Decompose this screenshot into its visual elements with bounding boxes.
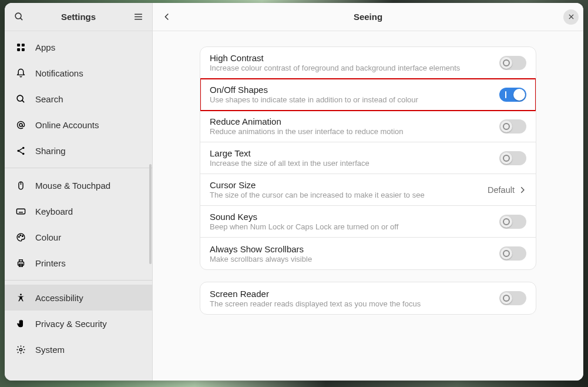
search-icon[interactable] (9, 8, 28, 26)
toggle-reduce-animation[interactable] (499, 119, 526, 134)
sidebar-item-label: Printers (35, 258, 66, 268)
svg-line-1 (20, 18, 22, 21)
setting-row-screen-reader: Screen ReaderThe screen reader reads dis… (200, 282, 536, 314)
svg-rect-8 (21, 48, 24, 51)
sidebar-item-printers[interactable]: Printers (5, 250, 152, 276)
toggle-sound-keys[interactable] (499, 215, 526, 229)
svg-rect-6 (21, 44, 24, 46)
toggle-on-off-shapes[interactable] (499, 88, 526, 102)
setting-row-always-show-scrollbars: Always Show ScrollbarsMake scrollbars al… (200, 238, 536, 269)
main-header: Seeing (153, 3, 583, 31)
at-icon (15, 119, 26, 130)
settings-content: High ContrastIncrease colour contrast of… (153, 31, 583, 381)
toggle-large-text[interactable] (499, 151, 526, 165)
sidebar-item-notifications[interactable]: Notifications (5, 60, 152, 86)
bell-icon (15, 68, 26, 78)
setting-description: Reduce animations in the user interface … (210, 127, 404, 136)
setting-description: The size of the cursor can be increased … (210, 191, 425, 199)
sidebar-item-label: Search (35, 94, 63, 104)
sidebar-header: Settings (5, 3, 152, 31)
sidebar-item-colour[interactable]: Colour (5, 224, 152, 250)
setting-description: Increase colour contrast of foreground a… (210, 64, 460, 72)
svg-rect-5 (17, 44, 20, 46)
settings-group: High ContrastIncrease colour contrast of… (200, 46, 536, 270)
sidebar-item-label: System (35, 345, 65, 355)
toggle-screen-reader[interactable] (499, 291, 526, 305)
svg-point-23 (18, 236, 19, 237)
setting-title: Screen Reader (210, 289, 421, 299)
sidebar-item-label: Online Accounts (35, 120, 99, 130)
setting-description: Make scrollbars always visible (210, 255, 312, 263)
hand-icon (15, 318, 26, 329)
sidebar-item-online-accounts[interactable]: Online Accounts (5, 112, 152, 138)
toggle-always-show-scrollbars[interactable] (499, 246, 526, 261)
svg-rect-27 (19, 259, 22, 262)
setting-row-high-contrast: High ContrastIncrease colour contrast of… (200, 47, 536, 79)
settings-group: Screen ReaderThe screen reader reads dis… (200, 282, 536, 315)
palette-icon (15, 232, 26, 242)
setting-title: Always Show Scrollbars (210, 244, 312, 254)
setting-description: Increase the size of all text in the use… (210, 159, 369, 168)
sidebar-title: Settings (28, 12, 129, 22)
search-icon (15, 94, 26, 104)
sidebar-item-mouse-touchpad[interactable]: Mouse & Touchpad (5, 172, 152, 198)
sidebar-item-label: Notifications (35, 68, 83, 78)
svg-rect-7 (17, 48, 20, 51)
sidebar-item-label: Accessibility (35, 293, 83, 303)
main-panel: Seeing High ContrastIncrease colour cont… (153, 3, 583, 381)
setting-description: The screen reader reads displayed text a… (210, 299, 421, 308)
svg-point-11 (19, 124, 22, 126)
sidebar-item-label: Sharing (35, 146, 66, 156)
setting-description: Beep when Num Lock or Caps Lock are turn… (210, 222, 398, 231)
svg-point-30 (19, 348, 22, 351)
printer-icon (15, 258, 26, 268)
apps-icon (15, 42, 26, 52)
setting-value: Default (488, 185, 526, 195)
svg-point-24 (19, 235, 21, 236)
back-button[interactable] (157, 8, 176, 26)
svg-point-29 (20, 293, 22, 295)
setting-title: Sound Keys (210, 212, 398, 222)
settings-window: Settings AppsNotificationsSearchOnline A… (5, 3, 583, 381)
sidebar-item-search[interactable]: Search (5, 86, 152, 112)
setting-description: Use shapes to indicate state in addition… (210, 95, 418, 104)
hamburger-menu-icon[interactable] (129, 8, 147, 26)
accessibility-icon (15, 292, 26, 303)
svg-point-0 (15, 13, 21, 19)
sidebar: Settings AppsNotificationsSearchOnline A… (5, 3, 153, 381)
mouse-icon (15, 180, 26, 191)
sidebar-item-label: Keyboard (35, 206, 73, 216)
sidebar-item-privacy-security[interactable]: Privacy & Security (5, 311, 152, 336)
setting-row-sound-keys: Sound KeysBeep when Num Lock or Caps Loc… (200, 206, 536, 238)
setting-row-reduce-animation: Reduce AnimationReduce animations in the… (200, 111, 536, 142)
sidebar-item-label: Apps (35, 42, 55, 52)
sidebar-list[interactable]: AppsNotificationsSearchOnline AccountsSh… (5, 31, 152, 381)
sidebar-item-sharing[interactable]: Sharing (5, 138, 152, 164)
close-button[interactable] (563, 9, 579, 25)
setting-row-cursor-size[interactable]: Cursor SizeThe size of the cursor can be… (200, 174, 536, 206)
setting-row-on-off-shapes: On/Off ShapesUse shapes to indicate stat… (200, 79, 536, 111)
setting-title: On/Off Shapes (210, 85, 418, 95)
chevron-right-icon (518, 186, 526, 194)
setting-title: High Contrast (210, 53, 460, 63)
sidebar-item-label: Mouse & Touchpad (35, 181, 110, 191)
svg-rect-17 (16, 209, 25, 214)
setting-title: Cursor Size (210, 180, 425, 190)
setting-title: Large Text (210, 148, 369, 158)
share-icon (15, 145, 26, 156)
sidebar-item-apps[interactable]: Apps (5, 34, 152, 60)
svg-point-9 (17, 95, 23, 101)
sidebar-item-label: Privacy & Security (35, 319, 107, 329)
setting-row-large-text: Large TextIncrease the size of all text … (200, 142, 536, 174)
page-title: Seeing (354, 12, 382, 22)
toggle-high-contrast[interactable] (499, 56, 526, 70)
setting-title: Reduce Animation (210, 116, 404, 126)
sidebar-item-keyboard[interactable]: Keyboard (5, 198, 152, 224)
svg-line-10 (22, 100, 24, 102)
sidebar-item-accessibility[interactable]: Accessibility (5, 285, 152, 311)
keyboard-icon (15, 206, 26, 216)
sidebar-item-system[interactable]: System (5, 336, 152, 362)
gear-icon (15, 344, 26, 355)
svg-point-25 (22, 235, 23, 236)
sidebar-item-label: Colour (35, 232, 61, 242)
